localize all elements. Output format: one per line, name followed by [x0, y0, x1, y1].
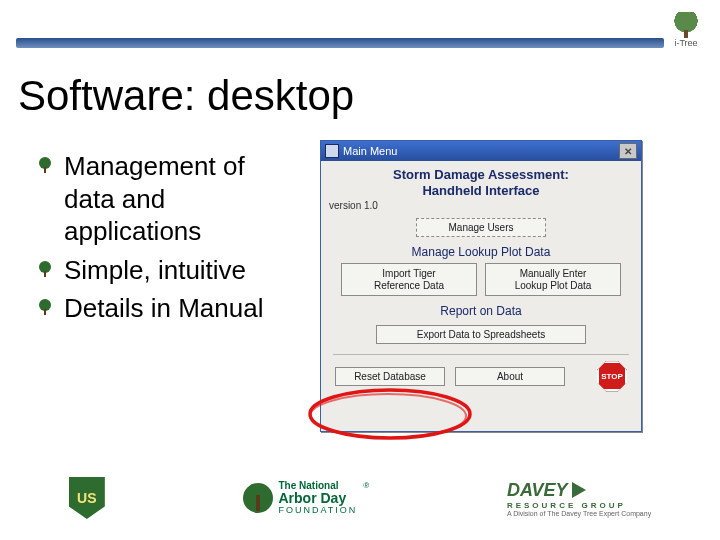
stop-icon: STOP	[597, 361, 627, 391]
reset-database-button[interactable]: Reset Database	[335, 367, 445, 386]
window-titlebar: Main Menu ✕	[321, 141, 641, 161]
section-lookup-label: Manage Lookup Plot Data	[329, 245, 633, 259]
davey-logo: DAVEY RESOURCE GROUP A Division of The D…	[507, 480, 651, 517]
svg-rect-1	[44, 167, 46, 173]
import-tiger-button[interactable]: Import Tiger Reference Data	[341, 263, 477, 296]
tree-bullet-icon	[36, 298, 54, 316]
arbor-line2: Arbor Day	[279, 491, 358, 506]
stop-label: STOP	[601, 372, 623, 381]
shield-icon: US	[69, 477, 105, 519]
app-heading-line2: Handheld Interface	[329, 183, 633, 199]
davey-line3: A Division of The Davey Tree Expert Comp…	[507, 510, 651, 517]
leaf-icon	[243, 483, 273, 513]
arbor-line3: FOUNDATION	[279, 506, 358, 515]
close-icon[interactable]: ✕	[619, 143, 637, 159]
tree-icon	[672, 12, 700, 34]
usfs-logo: US	[69, 477, 105, 519]
slide-title: Software: desktop	[18, 72, 354, 120]
footer: US The National Arbor Day FOUNDATION ® D…	[0, 470, 720, 526]
app-body: Storm Damage Assessment: Handheld Interf…	[321, 161, 641, 399]
manual-lookup-button[interactable]: Manually Enter Lookup Plot Data	[485, 263, 621, 296]
app-heading: Storm Damage Assessment: Handheld Interf…	[329, 167, 633, 198]
bullet-text: Details in Manual	[64, 293, 263, 323]
bullet-text: Simple, intuitive	[64, 255, 246, 285]
app-version: version 1.0	[329, 200, 633, 211]
svg-rect-3	[44, 271, 46, 277]
bullet-item: Details in Manual	[36, 292, 296, 325]
header-logo-caption: i-Tree	[664, 38, 708, 48]
triangle-icon	[572, 482, 586, 498]
window-title: Main Menu	[343, 145, 397, 157]
window-system-icon	[325, 144, 339, 158]
section-report-label: Report on Data	[329, 304, 633, 318]
davey-line2: RESOURCE GROUP	[507, 501, 651, 510]
tree-bullet-icon	[36, 260, 54, 278]
manage-users-button[interactable]: Manage Users	[416, 218, 546, 237]
about-button[interactable]: About	[455, 367, 565, 386]
bullet-item: Simple, intuitive	[36, 254, 296, 287]
app-window: Main Menu ✕ Storm Damage Assessment: Han…	[320, 140, 642, 432]
header-bar	[16, 38, 664, 48]
header-logo: i-Tree	[664, 12, 708, 48]
davey-line1: DAVEY	[507, 480, 568, 501]
bullet-list: Management of data and applications Simp…	[36, 150, 296, 331]
tree-bullet-icon	[36, 156, 54, 174]
divider	[333, 354, 629, 355]
registered-icon: ®	[363, 481, 369, 490]
export-data-button[interactable]: Export Data to Spreadsheets	[376, 325, 586, 344]
svg-rect-5	[44, 309, 46, 315]
arbor-day-logo: The National Arbor Day FOUNDATION ®	[243, 481, 370, 516]
app-heading-line1: Storm Damage Assessment:	[329, 167, 633, 183]
stop-button[interactable]: STOP	[597, 361, 627, 391]
slide: i-Tree Software: desktop Management of d…	[0, 0, 720, 540]
bullet-text: Management of data and applications	[64, 151, 245, 246]
bullet-item: Management of data and applications	[36, 150, 296, 248]
